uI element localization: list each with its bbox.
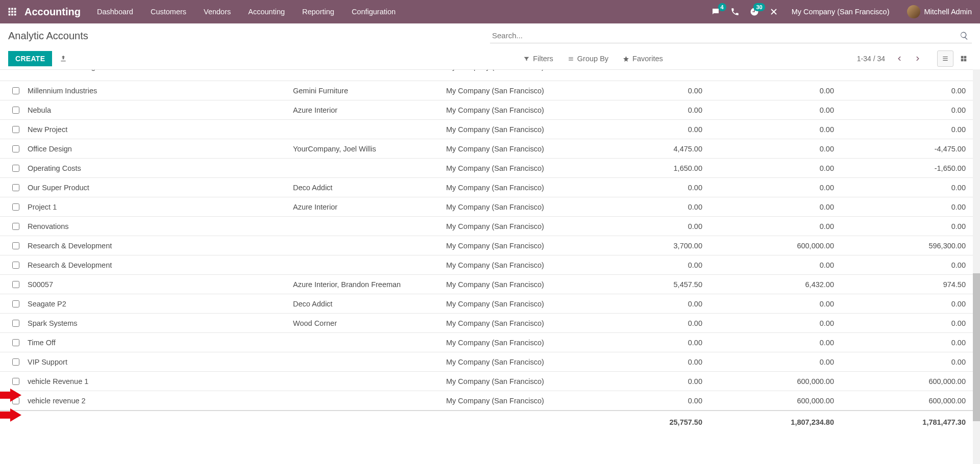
table-row[interactable]: RenovationsMy Company (San Francisco)0.0… bbox=[0, 217, 980, 236]
scrollbar-track[interactable] bbox=[973, 69, 980, 464]
filters-button[interactable]: Filters bbox=[523, 55, 553, 63]
scrollbar-thumb[interactable] bbox=[973, 273, 980, 421]
row-checkbox[interactable] bbox=[8, 184, 23, 191]
menu-configuration[interactable]: Configuration bbox=[345, 5, 403, 19]
cell-credit: 0.00 bbox=[706, 261, 838, 269]
menu-accounting[interactable]: Accounting bbox=[241, 5, 292, 19]
cell-name: Luminous Technologies bbox=[23, 70, 289, 71]
row-checkbox[interactable] bbox=[8, 262, 23, 269]
table-row[interactable]: Our Super ProductDeco AddictMy Company (… bbox=[0, 178, 980, 197]
table-row[interactable]: Operating CostsMy Company (San Francisco… bbox=[0, 159, 980, 178]
filters-label: Filters bbox=[533, 55, 553, 63]
search-input[interactable] bbox=[490, 28, 957, 43]
row-checkbox[interactable] bbox=[8, 126, 23, 133]
table-row[interactable]: S00057Azure Interior, Brandon FreemanMy … bbox=[0, 275, 980, 294]
apps-icon[interactable] bbox=[5, 5, 19, 19]
cell-customer: Azure Interior bbox=[289, 203, 442, 211]
cell-credit: 0.00 bbox=[706, 87, 838, 95]
svg-rect-7 bbox=[11, 14, 13, 16]
cell-balance: 0.00 bbox=[838, 222, 980, 230]
cell-credit: 0.00 bbox=[706, 164, 838, 172]
row-checkbox[interactable] bbox=[8, 339, 23, 346]
cell-name: Project 1 bbox=[23, 203, 289, 211]
svg-rect-12 bbox=[964, 59, 967, 62]
cell-debit: 4,475.00 bbox=[575, 145, 706, 153]
table-row[interactable]: Luminous TechnologiesGemini FurnitureMy … bbox=[0, 70, 980, 81]
pager-next[interactable] bbox=[910, 50, 926, 67]
row-checkbox[interactable] bbox=[8, 203, 23, 211]
table-row[interactable]: VIP SupportMy Company (San Francisco)0.0… bbox=[0, 352, 980, 372]
menu-dashboard[interactable]: Dashboard bbox=[90, 5, 140, 19]
kanban-view-button[interactable] bbox=[955, 50, 972, 67]
row-checkbox[interactable] bbox=[8, 87, 23, 94]
favorites-button[interactable]: Favorites bbox=[623, 55, 663, 63]
row-checkbox[interactable] bbox=[8, 242, 23, 249]
table-row[interactable]: Research & DevelopmentMy Company (San Fr… bbox=[0, 236, 980, 255]
row-checkbox[interactable] bbox=[8, 320, 23, 327]
table-row[interactable]: Spark SystemsWood CornerMy Company (San … bbox=[0, 314, 980, 333]
close-icon[interactable] bbox=[769, 7, 778, 16]
table-row[interactable]: Seagate P2Deco AddictMy Company (San Fra… bbox=[0, 294, 980, 314]
list-view-button[interactable] bbox=[937, 50, 953, 67]
totals-row: 25,757.501,807,234.801,781,477.30 bbox=[0, 410, 980, 433]
favorites-label: Favorites bbox=[632, 55, 663, 63]
import-button[interactable] bbox=[59, 55, 67, 63]
menu-vendors[interactable]: Vendors bbox=[197, 5, 238, 19]
row-checkbox[interactable] bbox=[8, 358, 23, 366]
create-button[interactable]: CREATE bbox=[8, 51, 52, 66]
user-menu[interactable]: Mitchell Admin bbox=[907, 5, 975, 18]
svg-rect-6 bbox=[9, 14, 11, 16]
company-selector[interactable]: My Company (San Francisco) bbox=[792, 8, 890, 16]
row-checkbox[interactable] bbox=[8, 378, 23, 385]
cell-name: Seagate P2 bbox=[23, 300, 289, 308]
pager-prev[interactable] bbox=[891, 50, 908, 67]
activities-icon[interactable]: 30 bbox=[750, 7, 759, 16]
row-checkbox[interactable] bbox=[8, 397, 23, 404]
menu-customers[interactable]: Customers bbox=[143, 5, 193, 19]
cell-company: My Company (San Francisco) bbox=[442, 203, 575, 211]
table-row[interactable]: Project 1Azure InteriorMy Company (San F… bbox=[0, 197, 980, 217]
cell-debit: 0.00 bbox=[575, 87, 706, 95]
cell-debit: 0.00 bbox=[575, 184, 706, 192]
cell-debit: 0.00 bbox=[575, 319, 706, 327]
table-row[interactable]: vehicle Revenue 1My Company (San Francis… bbox=[0, 372, 980, 391]
cell-company: My Company (San Francisco) bbox=[442, 300, 575, 308]
cell-company: My Company (San Francisco) bbox=[442, 87, 575, 95]
row-checkbox[interactable] bbox=[8, 165, 23, 172]
cell-credit: 0.00 bbox=[706, 319, 838, 327]
messages-icon[interactable]: 4 bbox=[711, 7, 720, 16]
cell-balance: 0.00 bbox=[838, 358, 980, 366]
cell-balance: 0.00 bbox=[838, 70, 980, 71]
list-icon bbox=[568, 56, 574, 62]
phone-icon[interactable] bbox=[730, 7, 740, 16]
row-checkbox[interactable] bbox=[8, 281, 23, 288]
row-checkbox[interactable] bbox=[8, 300, 23, 307]
table-row[interactable]: Millennium IndustriesGemini FurnitureMy … bbox=[0, 81, 980, 100]
table-row[interactable]: Research & DevelopmentMy Company (San Fr… bbox=[0, 255, 980, 275]
svg-rect-4 bbox=[11, 11, 13, 13]
menu-reporting[interactable]: Reporting bbox=[295, 5, 341, 19]
table-row[interactable]: vehicle revenue 2My Company (San Francis… bbox=[0, 391, 980, 410]
cell-credit: 0.00 bbox=[706, 184, 838, 192]
app-title[interactable]: Accounting bbox=[24, 6, 81, 18]
table-row[interactable]: Time OffMy Company (San Francisco)0.000.… bbox=[0, 333, 980, 352]
svg-rect-8 bbox=[14, 14, 16, 16]
cell-balance: 0.00 bbox=[838, 87, 980, 95]
cell-name: vehicle revenue 2 bbox=[23, 397, 289, 405]
search-icon[interactable] bbox=[957, 31, 972, 40]
row-checkbox[interactable] bbox=[8, 145, 23, 152]
cell-balance: 0.00 bbox=[838, 125, 980, 134]
row-checkbox[interactable] bbox=[8, 223, 23, 230]
svg-rect-2 bbox=[14, 8, 16, 10]
table-row[interactable]: NebulaAzure InteriorMy Company (San Fran… bbox=[0, 100, 980, 120]
cell-balance: 0.00 bbox=[838, 300, 980, 308]
cell-name: New Project bbox=[23, 125, 289, 134]
groupby-button[interactable]: Group By bbox=[568, 55, 608, 63]
total-balance: 1,781,477.30 bbox=[838, 418, 980, 426]
cell-name: Spark Systems bbox=[23, 319, 289, 327]
cell-customer: Azure Interior, Brandon Freeman bbox=[289, 280, 442, 289]
cell-company: My Company (San Francisco) bbox=[442, 184, 575, 192]
row-checkbox[interactable] bbox=[8, 107, 23, 114]
table-row[interactable]: New ProjectMy Company (San Francisco)0.0… bbox=[0, 120, 980, 139]
table-row[interactable]: Office DesignYourCompany, Joel WillisMy … bbox=[0, 139, 980, 159]
